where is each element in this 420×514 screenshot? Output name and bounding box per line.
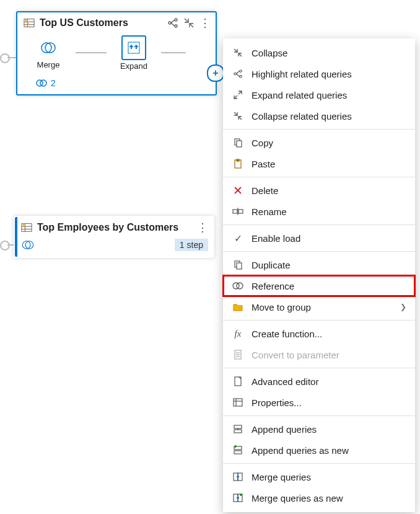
menu-label: Merge queries (252, 472, 311, 482)
expand-out-icon (232, 89, 244, 101)
menu-expand-related[interactable]: Expand related queries (223, 84, 415, 105)
menu-merge-queries[interactable]: Merge queries (223, 466, 415, 487)
menu-append-queries-new[interactable]: Append queries as new (223, 440, 415, 461)
canvas: Top US Customers ⋮ Merge Expand (0, 0, 420, 514)
menu-label: Advanced editor (252, 376, 318, 387)
branch-line (7, 57, 16, 58)
merge-queries-icon (232, 471, 244, 483)
merge-small-icon (21, 238, 35, 252)
menu-convert-to-parameter: Convert to parameter (223, 344, 415, 365)
menu-copy[interactable]: Copy (223, 132, 415, 153)
svg-line-7 (171, 20, 175, 23)
editor-icon (232, 375, 244, 388)
folder-icon (232, 301, 244, 313)
menu-move-to-group[interactable]: Move to group ❯ (223, 296, 415, 317)
append-new-icon (232, 444, 244, 456)
menu-label: Delete (252, 185, 278, 196)
menu-separator (223, 320, 415, 321)
svg-rect-34 (237, 141, 242, 147)
query-title: Top Employees by Customers (37, 222, 192, 233)
expand-icon (121, 35, 146, 60)
svg-point-4 (168, 22, 171, 24)
menu-label: Paste (252, 159, 275, 169)
properties-icon (232, 396, 244, 409)
menu-advanced-editor[interactable]: Advanced editor (223, 371, 415, 392)
collapse-in-icon (232, 110, 244, 122)
delete-icon (232, 184, 244, 197)
svg-line-30 (234, 95, 237, 99)
menu-label: Merge queries as new (252, 493, 343, 503)
menu-append-queries[interactable]: Append queries (223, 419, 415, 440)
check-icon: ✓ (232, 232, 244, 244)
svg-rect-36 (237, 159, 239, 161)
svg-point-44 (233, 283, 239, 289)
svg-point-5 (175, 19, 177, 21)
query-node-top-us-customers[interactable]: Top US Customers ⋮ Merge Expand (16, 11, 217, 95)
parameter-icon (232, 348, 244, 361)
branch-dot (0, 53, 10, 63)
table-query-icon (21, 222, 32, 233)
menu-highlight-related[interactable]: Highlight related queries (223, 63, 415, 84)
step-count-badge[interactable]: 1 step (175, 239, 208, 251)
copy-icon (232, 136, 244, 149)
menu-properties[interactable]: Properties... (223, 392, 415, 413)
menu-label: Properties... (252, 397, 302, 408)
svg-rect-43 (237, 263, 242, 269)
menu-label: Append queries as new (252, 445, 349, 456)
reference-count: 2 (51, 78, 56, 88)
accent-bar (15, 217, 17, 257)
menu-separator (223, 463, 415, 464)
svg-line-27 (236, 71, 239, 74)
step-expand[interactable]: Expand (109, 35, 159, 71)
menu-label: Reference (252, 281, 294, 291)
svg-point-24 (234, 73, 237, 75)
merge-icon (37, 37, 59, 59)
menu-reference[interactable]: Reference (223, 275, 415, 296)
context-menu: Collapse Highlight related queries Expan… (223, 38, 415, 512)
menu-delete[interactable]: Delete (223, 180, 415, 201)
collapse-in-icon[interactable] (183, 17, 195, 29)
menu-paste[interactable]: Paste (223, 153, 415, 174)
lineage-icon[interactable] (167, 17, 178, 29)
menu-separator (223, 415, 415, 416)
menu-separator (223, 177, 415, 177)
menu-label: Collapse (252, 48, 287, 58)
lineage-icon (232, 68, 244, 80)
menu-collapse-related[interactable]: Collapse related queries (223, 105, 415, 126)
add-step-button[interactable]: + (207, 64, 224, 82)
step-connector (161, 52, 186, 53)
svg-line-32 (238, 117, 242, 120)
menu-create-function[interactable]: fx Create function... (223, 323, 415, 344)
menu-label: Convert to parameter (252, 350, 339, 360)
menu-label: Duplicate (252, 260, 291, 270)
merge-queries-new-icon (232, 492, 244, 504)
menu-label: Rename (252, 206, 287, 217)
svg-point-6 (175, 25, 177, 27)
node-more-icon[interactable]: ⋮ (199, 17, 211, 29)
svg-rect-58 (234, 451, 242, 454)
node-more-icon[interactable]: ⋮ (197, 222, 208, 233)
menu-enable-load[interactable]: ✓ Enable load (223, 228, 415, 249)
menu-separator (223, 368, 415, 368)
svg-rect-39 (233, 210, 237, 213)
svg-rect-40 (238, 210, 243, 213)
append-icon (232, 423, 244, 435)
svg-rect-55 (234, 430, 242, 433)
collapse-icon (232, 47, 244, 59)
svg-line-31 (234, 112, 237, 115)
menu-rename[interactable]: Rename (223, 201, 415, 222)
menu-label: Create function... (252, 329, 322, 339)
query-node-top-employees[interactable]: Top Employees by Customers ⋮ 1 step (14, 216, 214, 258)
svg-rect-13 (128, 42, 139, 53)
svg-point-45 (237, 283, 243, 289)
menu-merge-queries-new[interactable]: Merge queries as new (223, 487, 415, 508)
menu-duplicate[interactable]: Duplicate (223, 254, 415, 275)
paste-icon (232, 157, 244, 170)
branch-dot (0, 241, 10, 250)
step-merge[interactable]: Merge (24, 37, 73, 69)
menu-label: Enable load (252, 233, 300, 244)
menu-label: Append queries (252, 424, 317, 435)
menu-separator (223, 224, 415, 225)
menu-collapse[interactable]: Collapse (223, 42, 415, 63)
menu-label: Collapse related queries (252, 111, 352, 122)
